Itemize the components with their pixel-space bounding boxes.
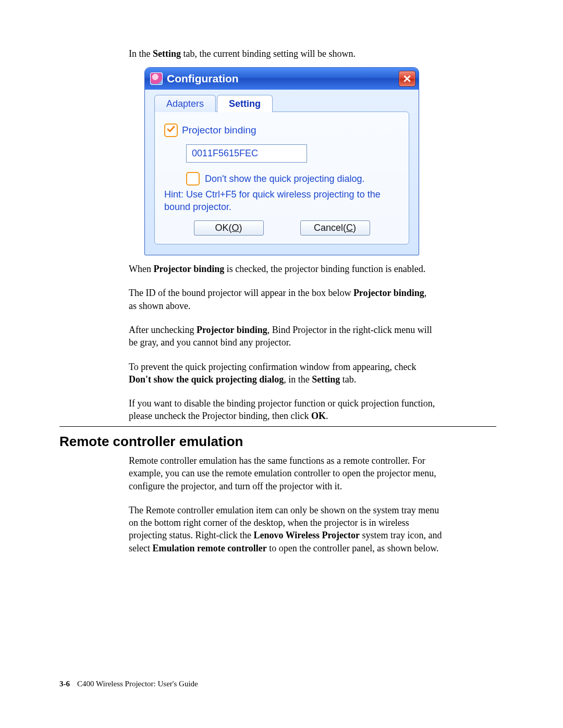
text: The ID of the bound projector will appea…: [129, 288, 353, 298]
footer-title: C400 Wireless Projector: User's Guide: [77, 680, 198, 688]
text: .: [326, 411, 328, 421]
text-bold: Don't show the quick projecting dialog: [129, 374, 284, 385]
dialog-title: Configuration: [167, 72, 239, 85]
projector-binding-row[interactable]: Projector binding: [164, 124, 399, 137]
dont-show-row[interactable]: Don't show the quick projecting dialog.: [186, 172, 399, 186]
tab-bar: Adapters Setting: [154, 95, 409, 112]
app-icon: [150, 72, 163, 85]
ok-button[interactable]: OK(O): [194, 220, 264, 236]
close-button[interactable]: [399, 71, 415, 87]
text: is checked, the projector binding functi…: [224, 264, 425, 274]
text-bold: Setting: [312, 374, 340, 385]
paragraph: Remote controller emulation has the same…: [129, 454, 444, 492]
paragraph: When Projector binding is checked, the p…: [129, 263, 435, 275]
text-bold: Projector binding: [153, 264, 224, 274]
close-icon: [403, 72, 411, 85]
hint-text: Hint: Use Ctrl+F5 for quick wireless pro…: [164, 189, 399, 213]
dont-show-checkbox[interactable]: [186, 172, 200, 186]
projector-binding-checkbox[interactable]: [164, 124, 178, 137]
dialog-body: Adapters Setting Projector binding: [145, 90, 419, 255]
page-number: 3-6: [59, 680, 70, 688]
text: To prevent the quick projecting confirma…: [129, 362, 417, 372]
paragraph: After unchecking Projector binding, Bind…: [129, 324, 435, 349]
page-footer: 3-6C400 Wireless Projector: User's Guide: [59, 680, 198, 688]
paragraph: To prevent the quick projecting confirma…: [129, 361, 435, 386]
dialog-titlebar[interactable]: Configuration: [145, 68, 419, 90]
text: tab.: [340, 374, 356, 385]
text-bold: Projector binding: [197, 325, 267, 335]
dont-show-label: Don't show the quick projecting dialog.: [205, 174, 365, 184]
text: to open the controller panel, as shown b…: [267, 543, 439, 553]
setting-tab-pane: Projector binding 0011F5615FEC Don't sho…: [154, 112, 409, 244]
paragraph: If you want to disable the binding proje…: [129, 397, 435, 423]
text: , in the: [284, 374, 312, 385]
text-bold: Emulation remote controller: [152, 543, 266, 553]
section-heading: Remote controller emulation: [59, 434, 243, 450]
text: Cancel(: [314, 223, 346, 233]
text-bold: Projector binding: [353, 288, 424, 298]
text-bold: OK: [311, 411, 326, 421]
text-bold: Lenovo Wireless Projector: [253, 530, 360, 540]
bound-projector-id-field[interactable]: 0011F5615FEC: [186, 144, 307, 163]
text: After unchecking: [129, 325, 197, 335]
dialog-button-row: OK(O) Cancel(C): [164, 220, 399, 236]
text: O: [232, 223, 239, 233]
text: ): [353, 223, 356, 233]
projector-binding-label: Projector binding: [182, 125, 256, 136]
paragraph: The ID of the bound projector will appea…: [129, 287, 435, 312]
text: OK(: [215, 223, 231, 233]
intro-paragraph: In the Setting tab, the current binding …: [129, 47, 435, 60]
text: tab, the current binding setting will be…: [181, 48, 356, 59]
text: ): [239, 223, 242, 233]
check-icon: [167, 125, 175, 136]
cancel-button[interactable]: Cancel(C): [300, 220, 370, 236]
configuration-dialog: Configuration Adapters Setting: [144, 67, 419, 255]
text: In the: [129, 48, 153, 59]
tab-adapters[interactable]: Adapters: [154, 95, 216, 112]
text-bold: Setting: [153, 48, 181, 59]
tab-setting[interactable]: Setting: [217, 95, 273, 112]
paragraph: The Remote controller emulation item can…: [129, 504, 444, 554]
text: C: [346, 223, 353, 233]
text: When: [129, 264, 153, 274]
text: If you want to disable the binding proje…: [129, 398, 435, 421]
configuration-dialog-figure: Configuration Adapters Setting: [144, 67, 420, 255]
section-divider: [59, 426, 496, 427]
